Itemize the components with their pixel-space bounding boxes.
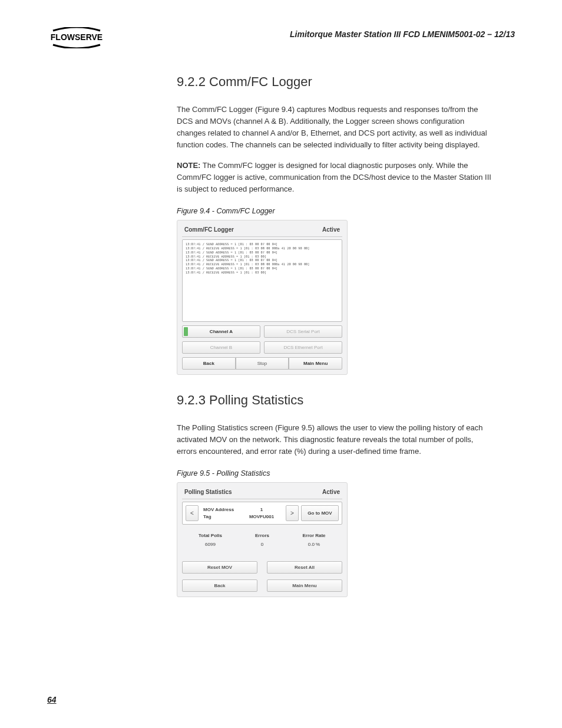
stats-header-row: Total Polls Errors Error Rate [182, 525, 342, 539]
back-button[interactable]: Back [182, 579, 257, 592]
errors-label: Errors [236, 533, 288, 538]
main-menu-button[interactable]: Main Menu [267, 579, 342, 592]
mov-address-label: MOV Address [203, 507, 242, 512]
commfc-logger-panel: Comm/FC Logger Active 13:07:41 / SEND AD… [177, 220, 348, 375]
mov-address-value: 1 [242, 507, 281, 512]
section-heading-923: 9.2.3 Polling Statistics [177, 393, 491, 408]
reset-all-button[interactable]: Reset All [267, 561, 342, 574]
channel-b-button[interactable]: Channel B [182, 341, 260, 354]
stats-value-row: 6099 0 0.0 % [182, 539, 342, 558]
svg-text:FLOWSERVE: FLOWSERVE [51, 32, 103, 42]
main-menu-button[interactable]: Main Menu [289, 357, 342, 370]
panel-title: Comm/FC Logger [184, 226, 234, 233]
tag-value: MOVFU001 [242, 514, 281, 519]
error-rate-value: 0.0 % [288, 542, 340, 547]
mov-info: MOV Address 1 Tag MOVFU001 [201, 505, 283, 521]
go-to-mov-button[interactable]: Go to MOV [301, 505, 339, 521]
dcs-serial-button[interactable]: DCS Serial Port [264, 325, 342, 338]
back-button[interactable]: Back [182, 357, 236, 370]
next-mov-button[interactable]: > [286, 505, 299, 521]
total-polls-label: Total Polls [184, 533, 236, 538]
errors-value: 0 [236, 542, 288, 547]
error-rate-label: Error Rate [288, 533, 340, 538]
note-body: The Comm/FC logger is designed for local… [177, 161, 491, 193]
prev-mov-button[interactable]: < [186, 505, 199, 521]
polling-stats-panel: Polling Statistics Active < MOV Address … [177, 482, 348, 597]
total-polls-value: 6099 [184, 542, 236, 547]
para-922-1: The Comm/FC Logger (Figure 9.4) captures… [177, 104, 491, 151]
figure-94-caption: Figure 9.4 - Comm/FC Logger [177, 207, 491, 215]
panel-status: Active [322, 226, 340, 233]
page-header: Limitorque Master Station III FCD LMENIM… [47, 29, 527, 39]
figure-95-caption: Figure 9.5 - Polling Statistics [177, 469, 491, 477]
page-number: 64 [47, 695, 57, 704]
dcs-ethernet-button[interactable]: DCS Ethernet Port [264, 341, 342, 354]
section-heading-922: 9.2.2 Comm/FC Logger [177, 74, 491, 90]
panel-status: Active [322, 489, 340, 495]
flowserve-logo: FLOWSERVE [47, 27, 106, 51]
note-label: NOTE: [177, 161, 200, 170]
channel-a-button[interactable]: Channel A [182, 325, 260, 338]
stop-button[interactable]: Stop [236, 357, 289, 370]
para-923-1: The Polling Statistics screen (Figure 9.… [177, 422, 491, 457]
log-output: 13:07:41 / SEND ADDRESS = 1 [01 : 03 00 … [182, 239, 342, 322]
reset-mov-button[interactable]: Reset MOV [182, 561, 257, 574]
panel-title: Polling Statistics [184, 489, 232, 495]
para-922-note: NOTE: The Comm/FC logger is designed for… [177, 160, 491, 195]
tag-label: Tag [203, 514, 242, 519]
